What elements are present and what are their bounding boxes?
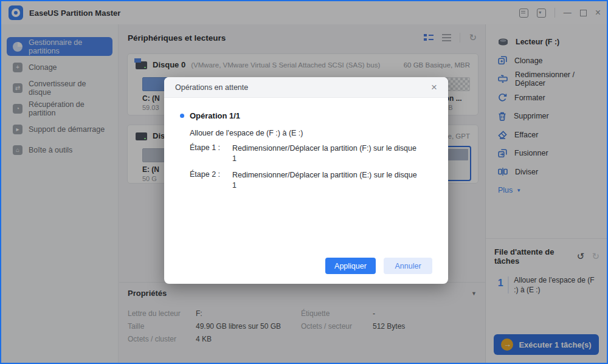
dialog-header: Opérations en attente × (164, 77, 448, 98)
step-description: Redimensionner/Déplacer la partition (E:… (232, 170, 422, 191)
step-label: Étape 2 : (190, 170, 232, 191)
cancel-button[interactable]: Annuler (384, 258, 432, 274)
close-icon[interactable]: × (431, 83, 437, 92)
pending-operations-dialog: Opérations en attente × Opération 1/1 Al… (164, 77, 448, 284)
operation-summary: Allouer de l'espace de (F :) à (E :) (190, 129, 448, 137)
operation-step-1: Étape 1 : Redimensionner/Déplacer la par… (190, 143, 448, 164)
operation-step-2: Étape 2 : Redimensionner/Déplacer la par… (190, 170, 448, 191)
apply-button[interactable]: Appliquer (325, 258, 376, 274)
operation-bullet-icon (180, 114, 184, 118)
step-label: Étape 1 : (190, 143, 232, 164)
operation-title: Opération 1/1 (190, 111, 240, 120)
dialog-title: Opérations en attente (175, 83, 248, 92)
step-description: Redimensionner/Déplacer la partition (F:… (232, 143, 422, 164)
app-window: EaseUS Partition Master ▾ — × Gestionnai… (0, 0, 608, 364)
